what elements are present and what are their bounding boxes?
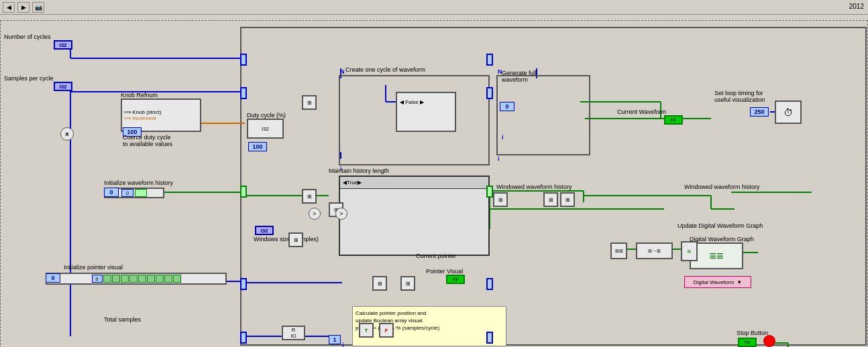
tf-inside-2: F	[379, 323, 394, 338]
compare-node-2: >	[335, 208, 347, 220]
current-waveform-label: Current Waveform	[617, 109, 666, 115]
constant-250: 250	[750, 107, 769, 117]
constant-100b: 100	[248, 142, 267, 151]
pointer-visual-label: Pointer Visual	[426, 268, 463, 275]
constant-0: 0	[500, 102, 514, 111]
connector-2: ⊞	[302, 189, 317, 204]
generate-full-label: Generate full waveform	[502, 70, 537, 83]
year-label: 2012	[849, 3, 864, 10]
array-node-gen-3: ⊞	[560, 192, 575, 207]
create-cycle-label: Create one cycle of waveform	[345, 66, 425, 73]
false-case-struct: ◀ False ▶	[396, 92, 456, 132]
array-node-gen-1: ⊞	[493, 192, 508, 207]
array-node-right-1: ⊞⊞	[610, 242, 627, 259]
windowed-waveform-label2: Windowed waveform history	[684, 184, 760, 190]
samples-per-cycle-label: Samples per cycle	[4, 75, 54, 82]
maintain-history-label: Maintain history length	[329, 167, 389, 174]
current-pointer-label: Current pointer	[416, 253, 456, 259]
duty-cycle-label: Duty cycle (%)	[247, 112, 286, 119]
multiply-node: ×	[60, 127, 74, 141]
rio-node: RIO	[282, 326, 305, 340]
digital-waveform-graph-block: ≡≡	[690, 242, 743, 269]
stop-button-label: Stop Button	[737, 330, 768, 336]
shift-reg-right-top	[486, 54, 493, 66]
waveform-node: ≋	[681, 241, 698, 261]
init-waveform-label: Initialize waveform history	[104, 180, 173, 186]
duty-cycle-block: I32	[247, 119, 284, 139]
shift-reg-right-1	[486, 186, 493, 198]
snapshot-button[interactable]: 📷	[32, 2, 44, 13]
for-loop-generate: N i	[496, 75, 590, 155]
maintain-history-case: ◀ True ▶	[339, 176, 490, 256]
connector-4: ⊞	[288, 232, 303, 247]
canvas-area: Number of cycles I32 Samples per cycle I…	[0, 15, 868, 347]
tf-inside-1: T	[359, 323, 374, 338]
set-loop-timing-label: Set loop timing for useful visualization	[714, 90, 765, 103]
shift-reg-left-mid	[240, 87, 247, 99]
shift-reg-right-2	[486, 278, 493, 290]
constant-0b: 0	[104, 188, 119, 197]
timer-block: ⏱	[775, 100, 802, 124]
array-node-gen-2: ⊞	[543, 192, 558, 207]
total-samples-label: Total samples	[104, 316, 141, 323]
i32-samples-node: I32	[54, 82, 72, 91]
digital-waveform-graph-label: Digital Waveform Graph	[690, 236, 754, 242]
shift-reg-left-2	[240, 278, 247, 290]
shift-reg-right-mid	[486, 87, 493, 99]
toolbar: ◀ ▶ 📷 2012	[0, 0, 868, 15]
tf-stop: TF	[738, 338, 757, 347]
tf-pointer-visual: TF	[446, 275, 465, 284]
shift-reg-right-3	[486, 332, 493, 344]
i-label-bottom: i	[342, 342, 344, 347]
number-of-cycles-label: Number of cycles	[4, 33, 51, 40]
update-digital-label: Update Digital Waveform Graph	[677, 222, 763, 229]
forward-button[interactable]: ▶	[17, 2, 30, 13]
array-node-right-2: ⊞→⊞	[636, 242, 673, 259]
i32-windows-size: I32	[255, 226, 274, 235]
windows-size-label: Windows size (samples)	[254, 236, 319, 242]
array-node-pointer-1: ⊞	[372, 276, 387, 291]
shift-reg-left-top	[240, 54, 247, 66]
init-pointer-label: Initialize pointer visual	[64, 264, 123, 271]
i-label2: i	[498, 155, 500, 162]
knob-refnum-label: Knob Refnum	[121, 92, 158, 98]
back-button[interactable]: ◀	[3, 2, 15, 13]
n-label1: N	[340, 68, 345, 75]
coerce-label: Coerce duty cycle to available values	[123, 134, 172, 147]
shift-reg-left-1	[240, 186, 247, 198]
digital-waveform-dropdown[interactable]: Digital Waveform ▼	[684, 276, 751, 288]
calculate-pointer-block: Calculate pointer position and update Bo…	[352, 306, 506, 346]
i-label-gen: i	[502, 134, 504, 141]
connector-1: ⊞	[302, 95, 317, 110]
constant-1: 1	[329, 335, 341, 344]
windowed-waveform-label: Windowed waveform history	[496, 184, 572, 190]
constant-0c: 0	[46, 273, 60, 283]
i32-cycles-node: I32	[54, 40, 72, 50]
array-node-pointer-2: ⊞	[400, 276, 415, 291]
tf-current-waveform: TF	[664, 115, 683, 125]
shift-reg-left-3	[240, 332, 247, 344]
compare-node-1: >	[309, 208, 321, 220]
stop-button-icon[interactable]	[763, 335, 775, 347]
init-pointer-block: 0	[46, 273, 227, 285]
